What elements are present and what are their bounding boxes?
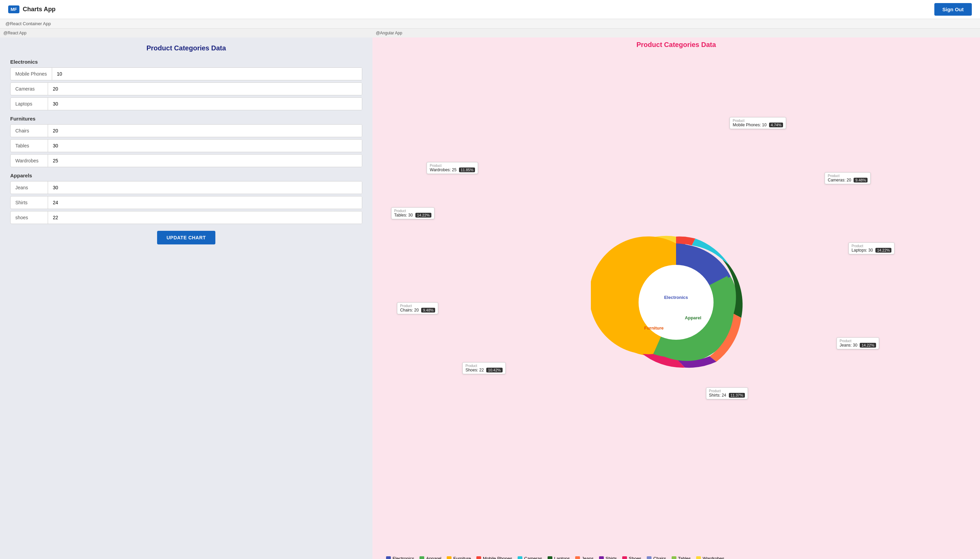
input-row-shirts: Shirts — [10, 196, 362, 209]
input-label-tables: Tables — [10, 140, 48, 152]
input-label-shoes: shoes — [10, 212, 48, 224]
tooltip-tables: Product Tables: 30 14.22% — [391, 207, 434, 219]
donut-chart: Electronics Apparel Furniture — [591, 217, 761, 387]
tooltip-shoes: Product Shoes: 22 10.42% — [463, 362, 506, 374]
input-label-mobile-phones: Mobile Phones — [10, 68, 52, 80]
update-chart-button[interactable]: UPDATE CHART — [157, 231, 216, 245]
left-panel: Product Categories Data Electronics Mobi… — [0, 38, 372, 559]
input-cameras[interactable] — [48, 83, 362, 95]
input-row-jeans: Jeans — [10, 181, 362, 194]
legend-dot-mobile-phones — [476, 556, 481, 559]
right-content: Product Categories Data — [372, 38, 980, 559]
header: MF Charts App Sign Out — [0, 0, 980, 19]
legend-item-apparel: Apparel — [420, 556, 441, 559]
legend-item-mobile-phones: Mobile Phones — [476, 556, 512, 559]
panels-labels: @React App @Angular App — [0, 28, 980, 38]
legend-label-mobile-phones: Mobile Phones — [483, 556, 512, 559]
legend-item-shirts: Shirts — [599, 556, 617, 559]
legend-dot-chairs — [647, 556, 652, 559]
sign-out-button[interactable]: Sign Out — [934, 3, 972, 16]
legend-item-furniture: Furniture — [447, 556, 471, 559]
right-panel: Product Categories Data — [372, 38, 980, 559]
legend-label-cameras: Cameras — [524, 556, 542, 559]
category-apparels: Apparels — [10, 173, 362, 179]
input-chairs[interactable] — [48, 125, 362, 137]
legend-dot-apparel — [420, 556, 424, 559]
legend-label-apparel: Apparel — [426, 556, 441, 559]
legend: Electronics Apparel Furniture Mobile Pho… — [379, 552, 973, 559]
header-left: MF Charts App — [8, 5, 56, 13]
input-label-shirts: Shirts — [10, 197, 48, 209]
legend-dot-tables — [672, 556, 677, 559]
legend-item-electronics: Electronics — [386, 556, 415, 559]
legend-item-cameras: Cameras — [517, 556, 542, 559]
legend-label-shirts: Shirts — [605, 556, 617, 559]
main-area: Product Categories Data Electronics Mobi… — [0, 38, 980, 559]
chart-area: Electronics Apparel Furniture — [379, 52, 973, 552]
legend-item-shoes: Shoes — [622, 556, 641, 559]
tooltip-laptops: Product Laptops: 30 14.22% — [849, 242, 894, 254]
legend-dot-jeans — [575, 556, 580, 559]
input-row-tables: Tables — [10, 139, 362, 152]
input-label-wardrobes: Wardrobes — [10, 155, 48, 167]
legend-dot-laptops — [547, 556, 552, 559]
legend-label-shoes: Shoes — [629, 556, 641, 559]
container-label: @React Container App — [0, 19, 980, 28]
input-row-mobile-phones: Mobile Phones — [10, 68, 362, 80]
input-row-chairs: Chairs — [10, 124, 362, 137]
legend-label-electronics: Electronics — [393, 556, 415, 559]
input-row-laptops: Laptops — [10, 98, 362, 110]
input-row-cameras: Cameras — [10, 83, 362, 95]
tooltip-jeans: Product Jeans: 30 14.22% — [837, 337, 879, 349]
legend-label-chairs: Chairs — [653, 556, 666, 559]
legend-item-wardrobes: Wardrobes — [696, 556, 724, 559]
legend-dot-shirts — [599, 556, 604, 559]
input-label-laptops: Laptops — [10, 98, 48, 110]
legend-dot-electronics — [386, 556, 391, 559]
input-mobile-phones[interactable] — [52, 68, 362, 80]
input-row-wardrobes: Wardrobes — [10, 154, 362, 167]
tooltip-chairs: Product Chairs: 20 9.48% — [397, 302, 438, 314]
legend-label-jeans: Jeans — [582, 556, 594, 559]
legend-item-laptops: Laptops — [547, 556, 570, 559]
input-shoes[interactable] — [48, 212, 362, 224]
legend-dot-furniture — [447, 556, 451, 559]
legend-item-tables: Tables — [672, 556, 691, 559]
legend-label-laptops: Laptops — [554, 556, 570, 559]
legend-label-furniture: Furniture — [453, 556, 471, 559]
input-tables[interactable] — [48, 140, 362, 152]
left-panel-title: Product Categories Data — [10, 44, 362, 52]
input-shirts[interactable] — [48, 197, 362, 209]
input-jeans[interactable] — [48, 182, 362, 194]
input-label-jeans: Jeans — [10, 182, 48, 194]
input-label-chairs: Chairs — [10, 125, 48, 137]
input-wardrobes[interactable] — [48, 155, 362, 167]
app-title: Charts App — [23, 6, 56, 13]
category-electronics: Electronics — [10, 59, 362, 64]
react-app-label: @React App — [0, 28, 372, 38]
right-panel-title: Product Categories Data — [379, 41, 973, 49]
legend-label-wardrobes: Wardrobes — [703, 556, 724, 559]
input-row-shoes: shoes — [10, 211, 362, 224]
logo: MF — [8, 5, 20, 13]
tooltip-cameras: Product Cameras: 20 9.48% — [825, 172, 871, 184]
angular-app-label: @Angular App — [372, 28, 980, 38]
legend-item-chairs: Chairs — [647, 556, 666, 559]
input-laptops[interactable] — [48, 98, 362, 110]
category-furnitures: Furnitures — [10, 116, 362, 122]
center-text-electronics: Electronics — [664, 295, 688, 300]
legend-label-tables: Tables — [678, 556, 691, 559]
legend-dot-shoes — [622, 556, 627, 559]
left-content: Product Categories Data Electronics Mobi… — [0, 38, 372, 559]
tooltip-wardrobes: Product Wardrobes: 25 11.85% — [427, 162, 478, 174]
legend-dot-wardrobes — [696, 556, 701, 559]
center-text-apparel: Apparel — [685, 315, 701, 320]
input-label-cameras: Cameras — [10, 83, 48, 95]
center-text-furniture: Furniture — [644, 326, 664, 331]
tooltip-shirts: Product Shirts: 24 11.37% — [706, 387, 748, 399]
legend-dot-cameras — [517, 556, 522, 559]
tooltip-mobile-phones: Product Mobile Phones: 10 4.74% — [730, 117, 786, 129]
legend-item-jeans: Jeans — [575, 556, 594, 559]
